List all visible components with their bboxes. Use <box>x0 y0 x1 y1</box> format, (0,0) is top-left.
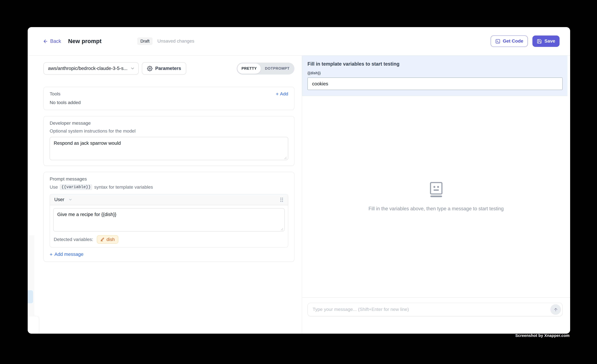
arrow-up-icon <box>553 307 558 312</box>
editor-toolbar: aws/anthropic/bedrock-claude-3-5-s... Pa… <box>43 62 294 75</box>
hint-suffix: syntax for template variables <box>94 184 153 190</box>
variable-name-label: {{dish}} <box>307 71 563 75</box>
variable-chip-label: dish <box>107 237 115 242</box>
terminal-icon <box>495 39 500 44</box>
watermark-text: Screenshot by Xnapper.com <box>515 333 570 338</box>
unsaved-changes-label: Unsaved changes <box>157 38 194 44</box>
bot-face-icon <box>430 182 442 197</box>
top-bar-actions: Get Code Save <box>490 36 559 47</box>
get-code-button[interactable]: Get Code <box>490 36 528 47</box>
send-button[interactable] <box>550 304 561 315</box>
chat-message-input[interactable] <box>308 307 562 312</box>
variable-syntax-hint: Use {{variable}} syntax for template var… <box>50 184 288 190</box>
app-window: Back New prompt Draft Unsaved changes Ge… <box>28 27 570 334</box>
save-icon <box>537 39 542 44</box>
status-badge: Draft <box>137 38 152 45</box>
main-content: aws/anthropic/bedrock-claude-3-5-s... Pa… <box>28 56 570 334</box>
message-role-selector[interactable]: User <box>54 197 72 203</box>
plus-icon: + <box>50 252 53 257</box>
chevron-down-icon <box>130 66 135 71</box>
back-label: Back <box>50 38 61 44</box>
back-arrow-icon <box>43 39 48 44</box>
message-role-value: User <box>54 197 64 203</box>
get-code-label: Get Code <box>503 38 523 44</box>
model-selector-value: aws/anthropic/bedrock-claude-3-5-s... <box>48 66 127 71</box>
message-header: User <box>50 194 288 205</box>
parameters-button[interactable]: Parameters <box>142 62 186 75</box>
add-tool-label: Add <box>280 91 288 97</box>
detected-variables-row: Detected variables: dish <box>50 233 288 247</box>
variable-chip-dish[interactable]: dish <box>97 235 118 244</box>
add-tool-button[interactable]: + Add <box>276 91 288 97</box>
save-label: Save <box>544 38 555 44</box>
toggle-option-pretty[interactable]: PRETTY <box>237 63 261 74</box>
gear-icon <box>147 66 152 71</box>
chevron-down-icon <box>68 197 72 202</box>
prompt-messages-card: Prompt messages Use {{variable}} syntax … <box>43 172 294 262</box>
tools-card: Tools + Add No tools added <box>43 87 294 110</box>
message-body: Give me a recipe for {{dish}} <box>50 205 288 233</box>
detected-variables-label: Detected variables: <box>54 237 93 242</box>
parameters-label: Parameters <box>155 66 181 71</box>
prompt-editor-pane: aws/anthropic/bedrock-claude-3-5-s... Pa… <box>28 56 302 334</box>
developer-message-card: Developer message Optional system instru… <box>43 116 294 166</box>
view-mode-toggle: PRETTY DOTPROMPT <box>237 62 294 74</box>
hint-code: {{variable}} <box>60 184 92 190</box>
page-title: New prompt <box>68 38 102 45</box>
background-panel-strip <box>28 235 34 316</box>
prompt-messages-title: Prompt messages <box>50 176 288 182</box>
message-content-input[interactable]: Give me a recipe for {{dish}} <box>53 208 285 231</box>
chat-input-bar <box>307 303 563 316</box>
add-message-label: Add message <box>55 251 83 257</box>
background-panel-highlight <box>28 290 33 303</box>
top-bar: Back New prompt Draft Unsaved changes Ge… <box>28 27 570 56</box>
developer-message-title: Developer message <box>50 121 288 126</box>
back-button[interactable]: Back <box>43 38 61 44</box>
tools-card-title: Tools <box>50 91 60 97</box>
drag-handle-icon[interactable] <box>280 197 283 202</box>
chat-input-row <box>302 297 570 334</box>
variable-value-input[interactable] <box>307 77 563 90</box>
plus-icon: + <box>276 92 279 97</box>
variables-panel-title: Fill in template variables to start test… <box>307 61 563 67</box>
chat-empty-state: Fill in the variables above, then type a… <box>302 96 570 297</box>
pencil-icon <box>100 237 104 242</box>
developer-message-input[interactable]: Respond as jack sparrow would <box>50 137 288 160</box>
toggle-option-dotprompt[interactable]: DOTPROMPT <box>261 63 294 74</box>
developer-message-subtitle: Optional system instructions for the mod… <box>50 129 288 134</box>
editor-cards: Tools + Add No tools added Developer mes… <box>43 87 294 262</box>
add-message-button[interactable]: + Add message <box>50 251 288 257</box>
tools-empty-text: No tools added <box>50 100 288 106</box>
save-button[interactable]: Save <box>533 36 559 47</box>
background-panel-box <box>28 316 39 334</box>
model-selector[interactable]: aws/anthropic/bedrock-claude-3-5-s... <box>43 62 139 75</box>
screen: Back New prompt Draft Unsaved changes Ge… <box>0 0 597 364</box>
hint-prefix: Use <box>50 184 58 190</box>
test-pane: Fill in template variables to start test… <box>302 56 570 334</box>
empty-state-text: Fill in the variables above, then type a… <box>369 206 504 212</box>
message-block: User Give me a recipe for {{dish}} <box>50 194 288 247</box>
template-variables-panel: Fill in template variables to start test… <box>302 56 567 96</box>
